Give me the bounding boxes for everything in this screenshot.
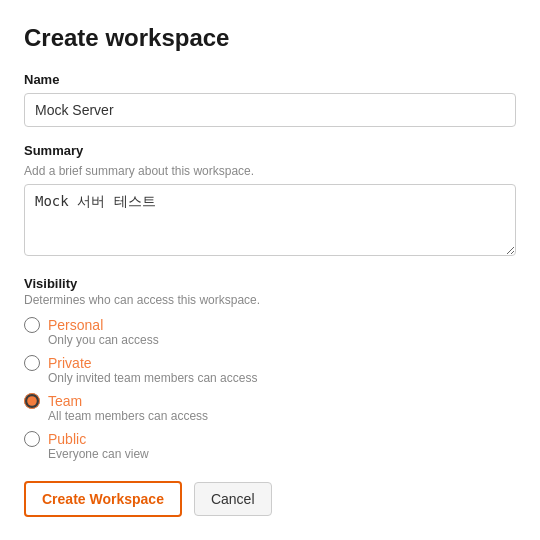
button-row: Create Workspace Cancel [24, 481, 516, 517]
radio-item-public: Public Everyone can view [24, 431, 516, 461]
summary-label: Summary [24, 143, 516, 158]
radio-item-team: Team All team members can access [24, 393, 516, 423]
visibility-section: Visibility Determines who can access thi… [24, 276, 516, 461]
radio-personal-label[interactable]: Personal [48, 317, 103, 333]
visibility-label: Visibility [24, 276, 516, 291]
radio-personal-sub: Only you can access [48, 333, 516, 347]
radio-item-personal: Personal Only you can access [24, 317, 516, 347]
summary-input[interactable]: Mock 서버 테스트 [24, 184, 516, 256]
summary-field-group: Summary Add a brief summary about this w… [24, 143, 516, 260]
cancel-button[interactable]: Cancel [194, 482, 272, 516]
radio-public[interactable] [24, 431, 40, 447]
radio-team-sub: All team members can access [48, 409, 516, 423]
summary-hint: Add a brief summary about this workspace… [24, 164, 516, 178]
name-field-group: Name [24, 72, 516, 127]
radio-private-sub: Only invited team members can access [48, 371, 516, 385]
name-label: Name [24, 72, 516, 87]
page-title: Create workspace [24, 24, 516, 52]
visibility-radio-group: Personal Only you can access Private Onl… [24, 317, 516, 461]
radio-team-label[interactable]: Team [48, 393, 82, 409]
radio-personal[interactable] [24, 317, 40, 333]
radio-private-label[interactable]: Private [48, 355, 92, 371]
radio-team[interactable] [24, 393, 40, 409]
create-workspace-button[interactable]: Create Workspace [24, 481, 182, 517]
radio-public-label[interactable]: Public [48, 431, 86, 447]
radio-item-private: Private Only invited team members can ac… [24, 355, 516, 385]
visibility-description: Determines who can access this workspace… [24, 293, 516, 307]
name-input[interactable] [24, 93, 516, 127]
radio-private[interactable] [24, 355, 40, 371]
radio-public-sub: Everyone can view [48, 447, 516, 461]
